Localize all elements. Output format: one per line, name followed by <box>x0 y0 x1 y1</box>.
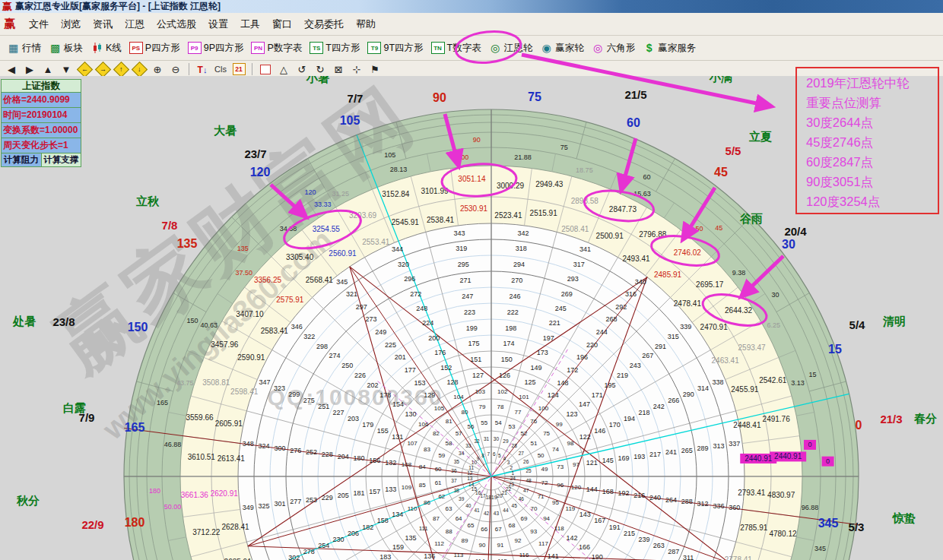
toolbar-button-kline-candles[interactable]: K线 <box>87 40 125 56</box>
support-price: 2485.91 <box>654 271 682 279</box>
scale-down-button[interactable]: ▼ <box>58 62 75 76</box>
toolbar-separator <box>252 63 252 75</box>
toolbar-button-hexagon[interactable]: ◎六角形 <box>588 40 640 56</box>
zoom-in-button[interactable]: ⊕ <box>149 62 166 76</box>
wheel-number: 158 <box>377 517 389 524</box>
page-prev-button[interactable]: ◀ <box>3 62 20 76</box>
pan-right-button[interactable]: → <box>94 62 111 76</box>
toolbar-button-p-number-table[interactable]: PNP数字表 <box>247 40 306 56</box>
rotate-cw-button[interactable]: ↻ <box>312 62 329 76</box>
degree-label: 45 <box>715 224 722 232</box>
menu-item-2[interactable]: 资讯 <box>87 15 119 33</box>
degree-label: 180 <box>149 487 160 495</box>
box-x-tool-button[interactable]: ⊠ <box>330 62 347 76</box>
wheel-number: 11 <box>468 465 474 470</box>
expand-tool-icon: ⊹ <box>353 64 361 75</box>
zoom-out-icon: ⊖ <box>172 64 180 75</box>
wheel-number: 302 <box>288 554 300 560</box>
toolbar-button-gann-wheel[interactable]: ◎江恩轮 <box>485 40 537 56</box>
wheel-number: 148 <box>557 379 569 387</box>
support-price: 2463.41 <box>712 356 740 365</box>
menu-item-3[interactable]: 江恩 <box>119 15 151 33</box>
p-square-icon: PS <box>129 42 143 54</box>
menu-item-8[interactable]: 交易委托 <box>298 15 350 33</box>
percent-label: 15.63 <box>633 190 651 198</box>
triangle-tool-button[interactable]: △ <box>275 62 292 76</box>
menu-item-4[interactable]: 公式选股 <box>151 15 202 33</box>
zoom-out-button[interactable]: ⊖ <box>167 62 184 76</box>
wheel-number: 144 <box>586 486 598 493</box>
wheel-number: 145 <box>602 457 614 464</box>
toolbar-button-p-square[interactable]: PSP四方形 <box>125 40 184 56</box>
wheel-number: 99 <box>556 421 563 428</box>
menu-items: 文件浏览资讯江恩公式选股设置工具窗口交易委托帮助 <box>23 15 382 33</box>
wheel-number: 221 <box>549 319 560 327</box>
wheel-number: 126 <box>499 372 510 379</box>
menu-item-6[interactable]: 工具 <box>234 15 266 33</box>
menu-item-0[interactable]: 文件 <box>23 15 55 33</box>
wheel-number: 203 <box>348 415 359 422</box>
wheel-number: 277 <box>290 498 301 505</box>
wheel-number: 120 <box>571 484 582 491</box>
scale-up-button[interactable]: ▲ <box>40 62 56 76</box>
flag-tool-button[interactable]: ⚑ <box>367 62 383 76</box>
menu-item-1[interactable]: 浏览 <box>55 15 87 33</box>
wheel-number: 320 <box>398 261 409 268</box>
support-price: 2605.91 <box>215 419 243 428</box>
calc-support-button[interactable]: 计算支撑 <box>42 153 81 166</box>
wheel-number: 64 <box>456 515 462 522</box>
wheel-number: 95 <box>552 499 559 506</box>
wheel-number: 182 <box>362 524 373 531</box>
calendar-button[interactable]: 21 <box>230 62 247 76</box>
wheel-number: 195 <box>604 381 615 389</box>
wheel-number: 84 <box>419 464 426 470</box>
wheel-number: 22 <box>506 486 512 492</box>
page-next-button[interactable]: ▶ <box>21 62 38 76</box>
triangle-tool-icon: △ <box>280 64 287 75</box>
wheel-number: 125 <box>525 378 536 386</box>
wheel-number: 112 <box>434 540 444 547</box>
wheel-number: 74 <box>552 446 559 453</box>
support-price: 2598.41 <box>230 388 259 396</box>
cls-tool-button[interactable]: Cls <box>212 62 229 76</box>
wheel-number: 347 <box>259 378 271 386</box>
toolbar-button-p9-square[interactable]: P99P四方形 <box>184 40 248 56</box>
toolbar-button-t9-square[interactable]: T99T四方形 <box>364 40 427 56</box>
toolbar-button-t-number-table[interactable]: TNT数字表 <box>427 40 485 56</box>
expand-tool-button[interactable]: ⊹ <box>348 62 365 76</box>
toolbar-label-t9-square: 9T四方形 <box>383 42 423 55</box>
calc-resistance-button[interactable]: 计算阻力 <box>2 153 42 166</box>
wheel-number: 171 <box>592 391 603 399</box>
menu-item-5[interactable]: 设置 <box>202 15 234 33</box>
wheel-number: 215 <box>624 530 635 537</box>
wheel-number: 194 <box>624 415 635 422</box>
t-down-tool-button[interactable]: T↓ <box>194 62 211 76</box>
toolbar-button-sectors-blocks[interactable]: ▩板块 <box>45 40 87 56</box>
wheel-number: 360 <box>729 504 740 511</box>
wheel-number: 131 <box>392 433 403 441</box>
wheel-number: 58 <box>446 440 452 447</box>
percent-label: 40.63 <box>201 321 218 329</box>
rotate-ccw-button[interactable]: ↺ <box>294 62 310 76</box>
support-price: 2575.91 <box>276 296 304 304</box>
menu-item-7[interactable]: 窗口 <box>266 15 298 33</box>
toolbar-button-t-square[interactable]: TST四方形 <box>306 40 364 56</box>
rect-tool-button[interactable] <box>257 62 274 76</box>
pan-down-button[interactable]: ↓ <box>131 62 148 76</box>
menu-item-9[interactable]: 帮助 <box>350 15 382 33</box>
wheel-number: 48 <box>525 478 532 483</box>
wheel-number: 200 <box>428 334 440 342</box>
pan-left-button[interactable]: ← <box>76 62 93 76</box>
wheel-number: 270 <box>511 277 522 284</box>
pan-up-button[interactable]: ↑ <box>113 62 129 76</box>
title-bar: 赢 赢家江恩专业版[赢家服务平台] - [上证指数 江恩轮] <box>0 0 943 13</box>
wheel-number: 129 <box>424 391 435 399</box>
toolbar-button-quotes-grid[interactable]: ▦行情 <box>3 40 45 56</box>
wheel-number: 287 <box>668 548 679 555</box>
wheel-number: 122 <box>579 433 591 441</box>
toolbar-button-winner-service[interactable]: $赢家服务 <box>639 40 700 56</box>
wheel-number: 113 <box>454 552 464 558</box>
resistance-price: 2746.02 <box>674 248 702 257</box>
resistance-price: 3305.40 <box>286 253 314 261</box>
toolbar-button-winner-wheel[interactable]: ◉赢家轮 <box>536 40 588 56</box>
